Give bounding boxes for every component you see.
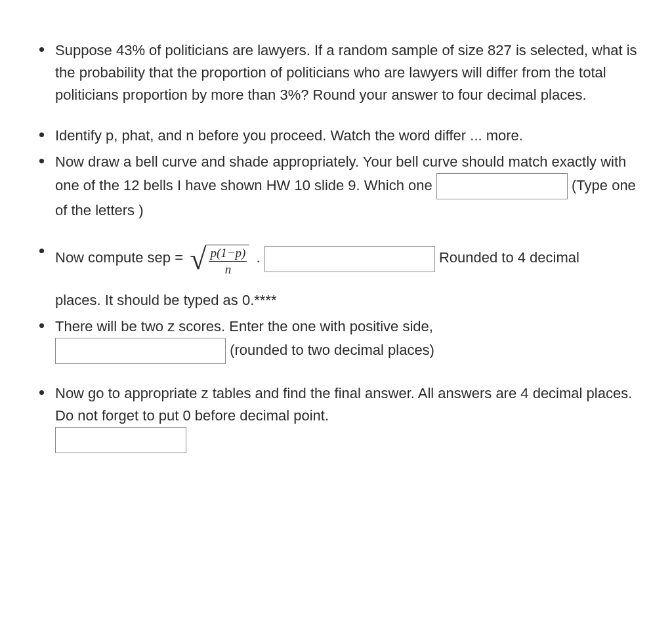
radical-icon: √ [190,241,206,277]
fraction-denominator: n [224,263,233,277]
zscore-text-b: (rounded to two decimal places) [230,342,434,358]
compute-sep-text-a: Now compute sep = [55,249,187,266]
compute-sep-text-c: Rounded to 4 decimal [439,249,579,266]
radicand: p(1−p) n [206,245,249,275]
bullet-zscore: There will be two z scores. Enter the on… [32,315,640,364]
problem-text: Suppose 43% of politicians are lawyers. … [55,42,637,103]
bullet-problem-statement: Suppose 43% of politicians are lawyers. … [32,39,640,106]
bullet-compute-sep: Now compute sep = √ p(1−p) n . Rounded t… [32,241,640,312]
fraction-bar [209,261,247,262]
bullet-final-answer: Now go to appropriate z tables and find … [32,382,640,453]
compute-sep-continuation: places. It should be typed as 0.**** [55,289,640,312]
compute-sep-cont-text: places. It should be typed as 0.**** [55,292,277,308]
sep-formula: √ p(1−p) n [190,241,249,277]
final-answer-text: Now go to appropriate z tables and find … [55,385,632,424]
bullet-identify: Identify p, phat, and n before you proce… [32,125,640,147]
zscore-input[interactable] [55,338,226,364]
zscore-text-a: There will be two z scores. Enter the on… [55,318,433,335]
bell-curve-letter-input[interactable] [436,173,568,199]
fraction-numerator: p(1−p) [209,247,247,260]
final-answer-input[interactable] [55,427,186,453]
bullet-list: Suppose 43% of politicians are lawyers. … [32,39,640,453]
identify-text: Identify p, phat, and n before you proce… [55,127,523,144]
bullet-bell-curve: Now draw a bell curve and shade appropri… [32,151,640,222]
sep-value-input[interactable] [264,246,435,272]
question-page: Suppose 43% of politicians are lawyers. … [0,0,672,497]
compute-sep-text-b: . [257,249,264,266]
